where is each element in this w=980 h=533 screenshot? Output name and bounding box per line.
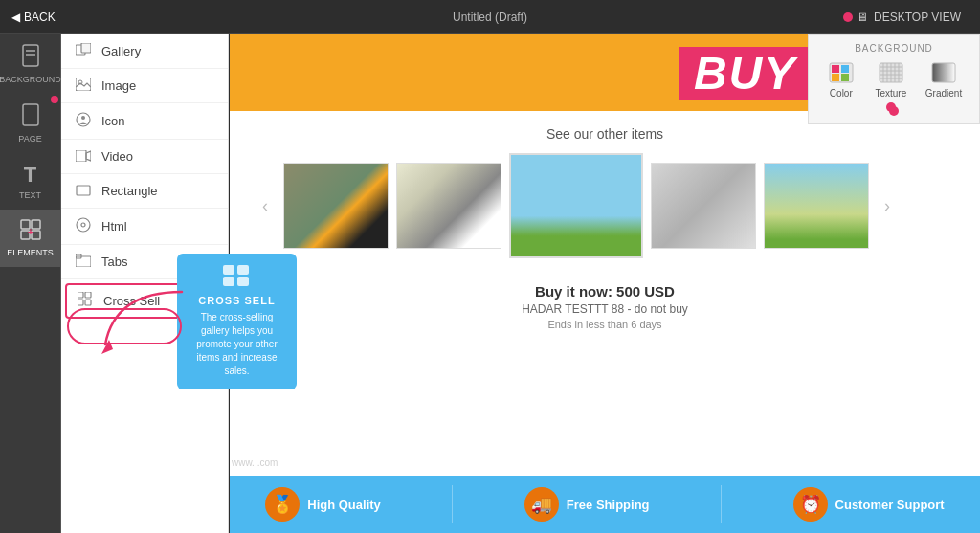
bg-color-option[interactable]: Color [826, 59, 857, 99]
elem-icon[interactable]: Icon [61, 103, 228, 140]
carousel-item-5[interactable] [764, 163, 869, 249]
elem-gallery[interactable]: Gallery [61, 34, 228, 69]
elem-html[interactable]: Html [61, 209, 228, 245]
svg-rect-45 [237, 277, 249, 286]
text-icon: T [24, 163, 36, 188]
quality-label: High Quality [307, 498, 381, 512]
shipping-icon: 🚚 [524, 487, 559, 522]
sidebar-elements-wrap: + ELEMENTS [0, 210, 60, 267]
sidebar-item-background[interactable]: BACKGROUND [0, 34, 60, 94]
section-title: See our other items [245, 126, 965, 142]
rectangle-label: Rectangle [101, 184, 158, 198]
other-items-section: See our other items ‹ › [230, 111, 980, 274]
sidebar-background-label: BACKGROUND [0, 75, 61, 84]
icon-label: Icon [101, 114, 125, 128]
ends-in: Ends in less than 6 days [245, 319, 965, 330]
svg-rect-44 [223, 277, 234, 286]
footer-sep-2 [721, 485, 722, 523]
active-dot [843, 12, 853, 22]
svg-rect-31 [76, 150, 86, 162]
footer-support: ⏰ Customer Support [793, 487, 945, 522]
elem-rectangle[interactable]: Rectangle [61, 174, 228, 209]
svg-rect-26 [81, 43, 91, 53]
product-name: HADAR TESTTT 88 - do not buy [245, 302, 965, 316]
rectangle-icon [75, 183, 92, 199]
svg-rect-4 [841, 74, 849, 81]
svg-rect-15 [932, 63, 955, 82]
page-icon [21, 44, 40, 72]
back-label: BACK [24, 11, 56, 24]
html-icon [75, 217, 92, 235]
image-label: Image [101, 78, 136, 93]
svg-point-34 [77, 218, 90, 232]
cross-sell-icon [77, 292, 94, 310]
footer-shipping: 🚚 Free Shipping [524, 487, 650, 522]
cross-sell-tooltip-desc: The cross-selling gallery helps you prom… [189, 311, 285, 378]
elements-icon: + [20, 219, 41, 245]
svg-rect-16 [23, 45, 38, 66]
cross-sell-tooltip-icon [189, 265, 285, 291]
cross-sell-tooltip: CROSS SELL The cross-selling gallery hel… [177, 254, 297, 389]
topbar: ◀ BACK Untitled (Draft) 🖥 DESKTOP VIEW [0, 0, 980, 34]
gallery-label: Gallery [101, 44, 141, 58]
sidebar-text-wrap: T TEXT [0, 153, 60, 210]
cross-sell-label: Cross Sell [103, 294, 160, 308]
tabs-icon [75, 254, 92, 270]
sidebar-text-label: TEXT [19, 190, 41, 200]
svg-rect-41 [85, 300, 91, 305]
elem-video[interactable]: Video [61, 140, 228, 174]
page-active-dot [51, 96, 58, 103]
items-carousel: ‹ › [245, 153, 965, 258]
texture-icon [876, 59, 906, 86]
carousel-item-2[interactable] [396, 163, 501, 249]
footer-quality: 🏅 High Quality [265, 487, 381, 522]
sidebar: BACKGROUND PAGE T TEXT + [0, 34, 61, 533]
svg-rect-38 [78, 292, 83, 298]
texture-label: Texture [875, 88, 906, 99]
sidebar-item-text[interactable]: T TEXT [0, 153, 60, 210]
product-info: Buy it now: 500 USD HADAR TESTTT 88 - do… [230, 274, 980, 340]
svg-rect-2 [841, 65, 849, 73]
svg-rect-39 [85, 292, 91, 298]
carousel-item-1[interactable] [283, 163, 389, 249]
back-button[interactable]: ◀ BACK [0, 0, 67, 33]
svg-rect-3 [832, 74, 839, 81]
sidebar-elements-label: ELEMENTS [7, 248, 54, 257]
svg-rect-19 [23, 104, 38, 125]
bg-texture-option[interactable]: Texture [875, 59, 906, 99]
video-label: Video [101, 149, 133, 164]
footer-sep-1 [452, 485, 453, 523]
carousel-item-4[interactable] [651, 163, 756, 249]
color-label: Color [830, 88, 853, 99]
icon-elem-icon [75, 112, 92, 130]
sidebar-page-label: PAGE [18, 134, 41, 144]
watermark: www. .com [232, 457, 278, 468]
bg-options: Color Texture [816, 59, 971, 99]
elem-image[interactable]: Image [61, 69, 228, 103]
html-label: Html [101, 219, 127, 233]
svg-point-30 [81, 116, 85, 120]
svg-text:+: + [28, 227, 33, 237]
desktop-view-label: DESKTOP VIEW [874, 11, 961, 24]
carousel-prev-arrow[interactable]: ‹ [255, 189, 276, 224]
desktop-view-button[interactable]: 🖥 DESKTOP VIEW [857, 11, 961, 24]
gradient-icon [928, 59, 959, 86]
sidebar-background-wrap: BACKGROUND [0, 34, 60, 94]
support-icon: ⏰ [793, 487, 828, 522]
buy-price: Buy it now: 500 USD [245, 283, 965, 300]
sidebar-item-page[interactable]: PAGE [0, 94, 60, 153]
sidebar-page-wrap: PAGE [0, 94, 60, 153]
cross-sell-tooltip-title: CROSS SELL [189, 295, 285, 306]
svg-point-35 [81, 223, 85, 227]
shipping-label: Free Shipping [567, 498, 650, 512]
bg-gradient-option[interactable]: Gradient [925, 59, 962, 99]
svg-marker-32 [86, 151, 91, 161]
svg-rect-42 [223, 265, 234, 275]
image-icon [75, 78, 92, 94]
carousel-next-arrow[interactable]: › [877, 189, 898, 224]
carousel-item-3[interactable] [509, 153, 643, 258]
background-panel: BACKGROUND Color [808, 34, 980, 124]
back-arrow-icon: ◀ [11, 11, 20, 24]
sidebar-item-elements[interactable]: + ELEMENTS [0, 210, 60, 267]
gradient-label: Gradient [925, 88, 962, 99]
